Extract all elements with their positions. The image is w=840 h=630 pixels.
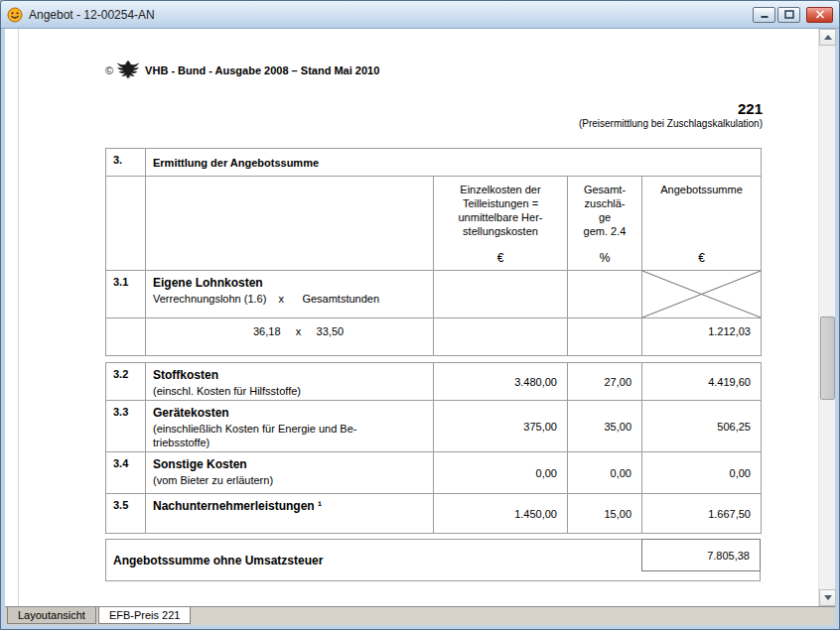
zuschlag-value[interactable]: 15,00: [568, 494, 642, 534]
section-title: Ermittlung der Angebotssumme: [146, 149, 762, 177]
row-description: Stoffkosten (einschl. Kosten für Hilfsst…: [146, 363, 434, 401]
unit-euro: €: [698, 251, 705, 265]
einzelkosten-value[interactable]: 0,00: [434, 452, 568, 494]
table-rows-32-35: 3.2 Stoffkosten (einschl. Kosten für Hil…: [105, 362, 762, 534]
einzelkosten-value[interactable]: 1.450,00: [434, 494, 568, 534]
col-header-zuschlaege: Gesamt- zuschlä- ge gem. 2.4 %: [568, 177, 641, 270]
maximize-button[interactable]: [777, 7, 800, 23]
col-header-angebotssumme: Angebotssumme €: [642, 177, 761, 270]
row-number: 3.3: [106, 401, 146, 452]
document-view: © VHB - Bund - Ausgabe 2008 – Stand Mai …: [5, 29, 835, 625]
close-button[interactable]: [806, 7, 833, 23]
row-title: Stoffkosten: [153, 368, 426, 383]
unit-euro: €: [497, 251, 504, 265]
close-icon: [815, 10, 825, 19]
crossed-out-cell: [642, 271, 762, 318]
scrollbar-thumb[interactable]: [820, 316, 835, 400]
table-section-3: 3. Ermittlung der Angebotssumme Einzelko…: [105, 148, 762, 356]
row-description: Nachunternehmerleistungen ¹: [146, 494, 434, 534]
row-subtitle: (vom Bieter zu erläutern): [153, 473, 426, 487]
window-controls: [753, 7, 833, 23]
row-title: Gerätekosten: [153, 406, 426, 421]
diagonal-cross-icon: [642, 271, 761, 317]
row-description: Eigene Lohnkosten Verrechnungslohn (1.6)…: [146, 271, 434, 318]
form-subtitle: (Preisermittlung bei Zuschlagskalkulatio…: [579, 118, 763, 130]
total-label: Angebotssumme ohne Umsatzsteuer: [106, 554, 323, 567]
zuschlag-value[interactable]: 27,00: [568, 363, 642, 401]
form-page: © VHB - Bund - Ausgabe 2008 – Stand Mai …: [5, 29, 818, 606]
tab-layoutansicht[interactable]: Layoutansicht: [7, 607, 96, 624]
maximize-icon: [784, 10, 794, 19]
minimize-button[interactable]: [753, 7, 775, 23]
titlebar[interactable]: Angebot - 12-00254-AN: [1, 1, 839, 29]
einzelkosten-value[interactable]: 375,00: [434, 401, 568, 452]
table-row: 3.3 Gerätekosten (einschließlich Kosten …: [106, 401, 762, 452]
total-value: 7.805,38: [707, 550, 750, 562]
angebotssumme-value[interactable]: 1.667,50: [642, 494, 762, 534]
window-title: Angebot - 12-00254-AN: [29, 8, 155, 22]
table-row: Einzelkosten der Teilleistungen = unmitt…: [106, 177, 762, 271]
table-row: 3.1 Eigene Lohnkosten Verrechnungslohn (…: [106, 271, 762, 318]
row-number: 3.4: [106, 452, 146, 494]
angebotssumme-value[interactable]: 4.419,60: [642, 363, 762, 401]
zuschlag-value[interactable]: 35,00: [568, 401, 642, 452]
page-left-edge: [18, 29, 19, 606]
angebotssumme-value[interactable]: 506,25: [642, 401, 762, 452]
row-number: 3.2: [106, 363, 146, 401]
scroll-down-button[interactable]: [819, 589, 836, 606]
zuschlag-value[interactable]: 0,00: [568, 452, 642, 494]
view-tabbar: Layoutansicht EFB-Preis 221: [5, 606, 835, 625]
row-title: Nachunternehmerleistungen ¹: [153, 499, 426, 514]
app-icon[interactable]: [7, 7, 23, 23]
minimize-icon: [760, 10, 770, 19]
row-description: Gerätekosten (einschließlich Kosten für …: [146, 401, 434, 452]
vertical-scrollbar[interactable]: [818, 29, 835, 606]
arrow-up-icon: [824, 35, 832, 40]
table-row: 3.4 Sonstige Kosten (vom Bieter zu erläu…: [106, 452, 762, 494]
row-title: Eigene Lohnkosten: [153, 276, 426, 291]
angebotssumme-value[interactable]: 1.212,03: [642, 318, 762, 356]
section-number: 3.: [106, 149, 146, 177]
lohn-calculation-values[interactable]: 36,18 x 33,50: [146, 318, 434, 356]
form-number: 221: [579, 100, 763, 118]
bundesadler-icon: [116, 59, 140, 81]
form-id: 221 (Preisermittlung bei Zuschlagskalkul…: [579, 100, 763, 130]
row-description: Sonstige Kosten (vom Bieter zu erläutern…: [146, 452, 434, 494]
copyright-mark: ©: [105, 64, 113, 76]
tab-efb-preis-221[interactable]: EFB-Preis 221: [98, 607, 192, 624]
scroll-up-button[interactable]: [819, 29, 836, 46]
table-row: 3.2 Stoffkosten (einschl. Kosten für Hil…: [106, 363, 762, 401]
table-row: 3. Ermittlung der Angebotssumme: [106, 149, 762, 177]
table-row: 3.5 Nachunternehmerleistungen ¹ 1.450,00…: [106, 494, 762, 534]
row-subtitle: (einschl. Kosten für Hilfsstoffe): [153, 384, 426, 398]
row-number: 3.1: [106, 271, 146, 318]
unit-percent: %: [600, 251, 611, 265]
row-title: Sonstige Kosten: [153, 457, 426, 472]
einzelkosten-value[interactable]: 3.480,00: [434, 363, 568, 401]
document-header: © VHB - Bund - Ausgabe 2008 – Stand Mai …: [105, 59, 379, 81]
app-window: Angebot - 12-00254-AN © VHB - Bund - A: [0, 0, 840, 630]
angebotssumme-value[interactable]: 0,00: [642, 452, 762, 494]
edition-text: VHB - Bund - Ausgabe 2008 – Stand Mai 20…: [145, 64, 379, 76]
row-subtitle: Verrechnungslohn (1.6) x Gesamtstunden: [153, 292, 426, 306]
table-row: 36,18 x 33,50 1.212,03: [106, 318, 762, 356]
total-row: Angebotssumme ohne Umsatzsteuer 7.805,38: [105, 539, 761, 581]
row-number: 3.5: [106, 494, 146, 534]
arrow-down-icon: [824, 595, 832, 600]
row-subtitle: (einschließlich Kosten für Energie und B…: [153, 422, 426, 449]
efb221-form: 3. Ermittlung der Angebotssumme Einzelko…: [105, 148, 763, 581]
total-value-box: 7.805,38: [641, 539, 761, 571]
col-header-einzelkosten: Einzelkosten der Teilleistungen = unmitt…: [434, 177, 567, 270]
